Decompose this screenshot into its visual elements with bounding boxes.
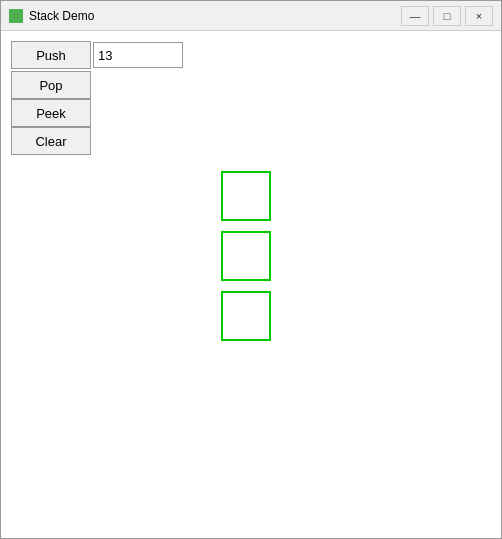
window: Stack Demo — □ × Push Pop Peek Clear	[0, 0, 502, 539]
stack-box-1	[221, 171, 271, 221]
content-area: Push Pop Peek Clear	[1, 31, 501, 538]
stack-box-2	[221, 231, 271, 281]
push-row: Push	[11, 41, 183, 69]
push-button[interactable]: Push	[11, 41, 91, 69]
stack-box-3	[221, 291, 271, 341]
pop-button[interactable]: Pop	[11, 71, 91, 99]
maximize-button[interactable]: □	[433, 6, 461, 26]
title-bar: Stack Demo — □ ×	[1, 1, 501, 31]
push-input[interactable]	[93, 42, 183, 68]
minimize-button[interactable]: —	[401, 6, 429, 26]
controls-panel: Push Pop Peek Clear	[11, 41, 183, 155]
close-button[interactable]: ×	[465, 6, 493, 26]
window-icon	[9, 9, 23, 23]
stack-area	[221, 171, 271, 341]
window-title: Stack Demo	[29, 9, 401, 23]
title-bar-controls: — □ ×	[401, 6, 493, 26]
peek-button[interactable]: Peek	[11, 99, 91, 127]
clear-button[interactable]: Clear	[11, 127, 91, 155]
